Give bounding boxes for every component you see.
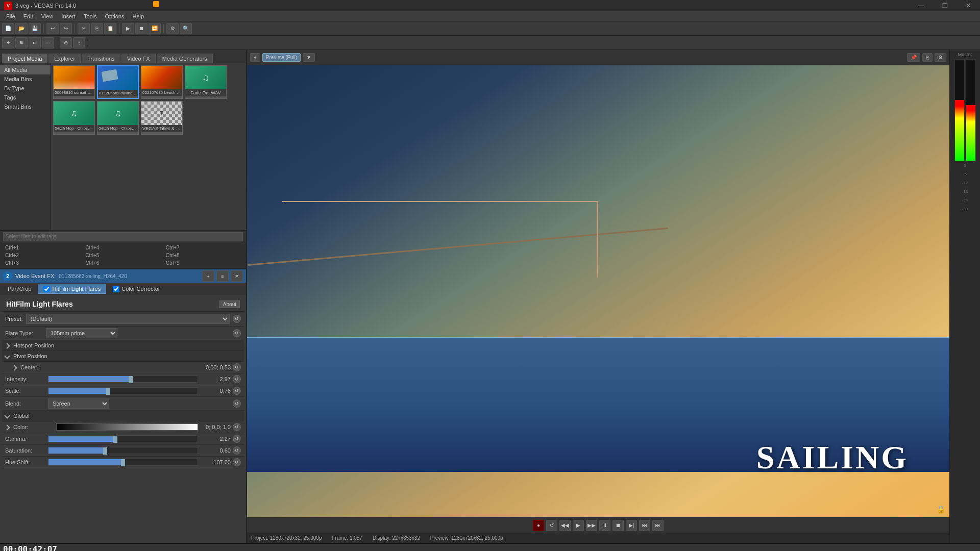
tab-explorer[interactable]: Explorer [48,54,81,63]
maximize-button[interactable]: ❐ [933,0,957,11]
render-btn[interactable]: ⚙ [166,23,179,34]
media-item-audio3[interactable]: ♫ Glitch Hop - Chipsounds and Glitches -… [97,101,139,135]
fx-about-btn[interactable]: About [219,300,240,308]
tab-transitions[interactable]: Transitions [82,54,120,63]
redo-btn[interactable]: ↪ [60,23,72,34]
tab-video-fx[interactable]: Video FX [121,54,156,63]
close-button[interactable]: ✕ [957,0,980,11]
preview-play-btn[interactable]: ▶ [573,520,584,531]
preview-pause-btn[interactable]: ⏸ [599,520,610,531]
color-corrector-enable-checkbox[interactable] [113,286,119,292]
sidebar-tags[interactable]: Tags [0,93,51,102]
tab-project-media[interactable]: Project Media [2,54,47,63]
fx-scale-thumb[interactable] [106,388,110,395]
fx-color-swatch[interactable] [56,423,198,431]
tab-hitfilm[interactable]: HitFilm Light Flares [38,284,106,294]
fx-scale-slider[interactable] [48,387,198,394]
menu-help[interactable]: Help [128,11,148,21]
menu-edit[interactable]: Edit [19,11,37,21]
media-item-birds[interactable]: 022167636-beach-sunset-birds-flyaway-rea… [141,65,183,99]
fx-scale-reset[interactable]: ↺ [233,387,241,395]
fx-list-btn[interactable]: ≡ [216,270,229,282]
fx-blend-reset[interactable]: ↺ [233,399,241,408]
preview-pin-btn[interactable]: 📌 [907,53,920,62]
fx-center-reset[interactable]: ↺ [233,363,241,371]
search-btn[interactable]: 🔍 [180,23,192,34]
cut-btn[interactable]: ✂ [78,23,90,34]
preview-full-btn[interactable]: Preview (Full) [262,53,301,62]
fx-gamma-thumb[interactable] [113,436,117,443]
media-item-titles[interactable]: T VEGAS Titles & Text [141,101,183,135]
snap-btn[interactable]: ⋮ [73,37,85,48]
open-btn[interactable]: 📂 [15,23,28,34]
media-item-video1[interactable]: 00098810-sunset-beach-wedding_H264_420.m… [53,65,95,99]
fx-global-section[interactable]: Global [2,411,244,421]
sidebar-by-type[interactable]: By Type [0,84,51,93]
menu-view[interactable]: View [37,11,58,21]
save-btn[interactable]: 💾 [29,23,41,34]
menu-options[interactable]: Options [101,11,129,21]
fx-close-btn[interactable]: ✕ [231,270,243,282]
preview-stop-btn[interactable]: ⏹ [612,520,624,531]
fx-blend-select[interactable]: Screen [48,398,109,409]
preview-settings-btn[interactable]: ⚙ [935,53,946,62]
preview-loop-btn[interactable]: ↺ [546,520,557,531]
roll-btn[interactable]: ↔ [42,37,54,48]
preview-record-btn[interactable]: ● [533,520,544,531]
tab-media-gen[interactable]: Media Generators [157,54,213,63]
preview-next-btn[interactable]: ⏭ [652,520,664,531]
preview-play-full-btn[interactable]: ▶▶ [586,520,597,531]
fx-saturation-slider[interactable] [48,447,198,454]
preview-next-frame-btn[interactable]: ▶| [626,520,637,531]
fx-flare-type-select[interactable]: 105mm prime [46,328,117,338]
fx-intensity-reset[interactable]: ↺ [233,375,241,383]
preview-quality-btn[interactable]: ▼ [303,53,315,62]
hitfilm-enable-checkbox[interactable] [43,286,50,292]
media-item-audio2[interactable]: ♫ Glitch Hop - Chipsounds 2.WAV [53,101,95,135]
fx-preset-select[interactable]: (Default) [26,314,230,324]
fx-add-btn[interactable]: + [202,270,214,282]
edit-mode-btn[interactable]: ✦ [2,37,14,48]
fx-panel: 2 Video Event FX: 011285662-sailing_H264… [0,269,246,543]
sidebar-media-bins[interactable]: Media Bins [0,74,51,84]
preview-prev-frame-btn[interactable]: ◀◀ [559,520,571,531]
slip-btn[interactable]: ⇄ [29,37,41,48]
menu-insert[interactable]: Insert [57,11,80,21]
tab-pan-crop[interactable]: Pan/Crop [2,284,37,294]
ripple-btn[interactable]: ≋ [15,37,28,48]
menu-tools[interactable]: Tools [80,11,101,21]
fx-intensity-slider[interactable] [48,375,198,383]
minimize-button[interactable]: — [910,0,933,11]
fx-saturation-thumb[interactable] [103,447,107,455]
new-project-btn[interactable]: 📄 [2,23,14,34]
loop-btn[interactable]: 🔁 [149,23,161,34]
tab-color-corrector[interactable]: Color Corrector [107,284,165,294]
media-item-audio1[interactable]: ♫ Fade Out.WAV [185,65,227,99]
fx-intensity-thumb[interactable] [129,376,133,383]
copy-btn[interactable]: ⎘ [91,23,103,34]
fx-hue-thumb[interactable] [121,459,125,466]
media-tags-input[interactable] [3,232,243,241]
fx-hue-slider[interactable] [48,459,198,466]
fx-flare-type-reset[interactable]: ↺ [233,329,241,337]
fx-gamma-reset[interactable]: ↺ [233,435,241,443]
preview-prev-btn[interactable]: ⏮ [639,520,650,531]
fx-hotspot-section[interactable]: Hotspot Position [2,340,244,351]
preview-add-btn[interactable]: + [250,53,260,62]
fx-preset-reset[interactable]: ↺ [233,315,241,323]
fx-saturation-reset[interactable]: ↺ [233,446,241,455]
paste-btn[interactable]: 📋 [104,23,116,34]
preview-copy-btn[interactable]: ⎘ [922,53,933,62]
stop-btn[interactable]: ⏹ [135,23,148,34]
media-item-video2[interactable]: 011285662-sailing_H264_420.mov [97,65,139,99]
fx-pivot-section[interactable]: Pivot Position [2,351,244,362]
sidebar-smart-bins[interactable]: Smart Bins [0,102,51,111]
fx-gamma-slider[interactable] [48,435,198,442]
magnet-btn[interactable]: ⊕ [60,37,72,48]
sidebar-all-media[interactable]: All Media [0,65,51,74]
fx-hue-reset[interactable]: ↺ [233,458,241,466]
undo-btn[interactable]: ↩ [46,23,59,34]
menu-file[interactable]: File [2,11,19,21]
fx-color-reset[interactable]: ↺ [233,423,241,431]
play-btn[interactable]: ▶ [122,23,134,34]
